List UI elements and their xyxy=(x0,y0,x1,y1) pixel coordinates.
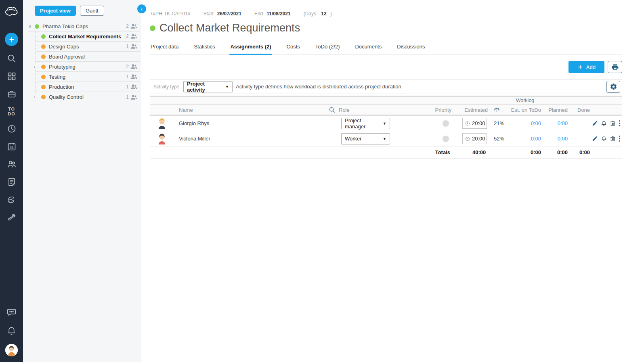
add-new-button[interactable] xyxy=(5,33,18,46)
estimated-input[interactable]: 20:00 xyxy=(462,133,487,144)
tab-discussions[interactable]: Discussions xyxy=(396,41,426,54)
start-date: 26/07/2021 xyxy=(217,11,241,17)
est-on-todo-value[interactable]: 0:00 xyxy=(509,120,541,126)
role-select[interactable]: Project manager ▼ xyxy=(341,118,390,129)
tab-todo[interactable]: ToDo (2/2) xyxy=(315,41,341,54)
column-header-priority: Priority xyxy=(420,107,451,113)
worklog-group-header: Worklog xyxy=(509,98,541,103)
chevron-down-icon: ▼ xyxy=(383,121,386,126)
priority-indicator[interactable] xyxy=(443,136,449,142)
main-content: T#PH-TK-CAP.01# Start26/07/2021 End11/08… xyxy=(142,0,644,362)
est-on-todo-value[interactable]: 0:00 xyxy=(509,136,541,142)
clock-icon xyxy=(465,136,470,141)
estimated-input[interactable]: 20:00 xyxy=(462,118,487,129)
trash-icon[interactable] xyxy=(610,136,616,142)
tree-item[interactable]: Collect Market Requirements 2 xyxy=(36,31,140,42)
tab-documents[interactable]: Documents xyxy=(354,41,382,54)
worklog-clock-icon[interactable] xyxy=(6,123,17,134)
edit-icon[interactable] xyxy=(592,120,598,126)
assignee-name: Victoria Miller xyxy=(174,136,327,142)
priority-indicator[interactable] xyxy=(443,120,449,127)
svg-text:31: 31 xyxy=(10,146,13,149)
todo-nav-item[interactable]: TO DO xyxy=(6,107,17,116)
assignee-avatar[interactable] xyxy=(157,133,167,145)
people-count-icon xyxy=(130,23,137,29)
tab-costs[interactable]: Costs xyxy=(286,41,301,54)
projects-briefcase-icon[interactable] xyxy=(6,89,17,99)
search-icon[interactable] xyxy=(329,107,336,113)
search-icon[interactable] xyxy=(6,53,17,64)
clock-icon xyxy=(465,121,470,126)
tree-item[interactable]: Testing 1 xyxy=(36,72,140,82)
print-button[interactable] xyxy=(608,61,622,73)
totals-est-on-todo: 0:00 xyxy=(509,149,541,155)
assignment-row: Giorgio Rhys Project manager ▼ 20:00 xyxy=(150,116,622,131)
icon-rail: TO DO 31 xyxy=(0,0,23,362)
end-label: End xyxy=(254,11,263,17)
project-view-button[interactable]: Project view xyxy=(35,6,76,16)
tab-statistics[interactable]: Statistics xyxy=(193,41,216,54)
people-count-icon xyxy=(130,84,137,90)
project-tree-panel: Project view Gantt ∨ Pharma Tokio Caps 2… xyxy=(23,0,141,362)
chevron-down-icon: ▼ xyxy=(383,137,386,141)
admin-wrench-icon[interactable] xyxy=(6,212,17,223)
column-header-role: Role xyxy=(339,107,350,113)
settings-button[interactable] xyxy=(606,81,620,93)
people-count-icon xyxy=(130,44,137,49)
plus-icon xyxy=(577,64,583,70)
kebab-menu-icon[interactable] xyxy=(619,135,621,142)
tree-children: Collect Market Requirements 2 Design Cap… xyxy=(36,31,140,102)
planned-value[interactable]: 0:00 xyxy=(541,136,568,142)
dashboard-icon[interactable] xyxy=(6,71,17,82)
edit-icon[interactable] xyxy=(592,136,598,142)
documents-icon[interactable] xyxy=(6,177,17,187)
activity-type-select[interactable]: Project activity ▼ xyxy=(183,81,233,92)
trash-icon[interactable] xyxy=(610,120,616,126)
task-meta: T#PH-TK-CAP.01# Start26/07/2021 End11/08… xyxy=(150,11,622,17)
collapse-panel-button[interactable]: ‹ xyxy=(137,4,146,13)
chevron-down-icon[interactable]: ∨ xyxy=(28,24,35,29)
tree-item-root[interactable]: ∨ Pharma Tokio Caps 2 xyxy=(28,21,140,31)
people-count-icon xyxy=(130,74,137,80)
role-select[interactable]: Worker ▼ xyxy=(341,133,390,144)
chevron-right-icon[interactable]: › xyxy=(34,94,38,100)
user-avatar[interactable] xyxy=(5,344,18,356)
totals-done: 0:00 xyxy=(568,149,590,155)
activity-type-help: Activity type defines how workload is di… xyxy=(236,84,401,90)
workload-percent: 52% xyxy=(494,136,504,142)
printer-icon xyxy=(611,63,619,71)
totals-estimated: 40:00 xyxy=(451,149,509,155)
page-title: Collect Market Requirements xyxy=(159,22,300,34)
people-count-icon xyxy=(130,64,137,69)
tab-assignments[interactable]: Assignments (2) xyxy=(229,41,272,54)
chevron-right-icon[interactable]: › xyxy=(34,64,38,69)
planned-value[interactable]: 0:00 xyxy=(541,120,568,126)
notify-bell-icon[interactable] xyxy=(601,136,607,142)
column-header-est-on-todo: Est. on ToDo xyxy=(509,107,541,113)
workload-percent: 21% xyxy=(494,120,504,126)
notify-bell-icon[interactable] xyxy=(601,120,607,126)
resources-people-icon[interactable] xyxy=(6,159,17,169)
project-tree: ∨ Pharma Tokio Caps 2 Collect Market Req… xyxy=(28,21,140,102)
task-code: T#PH-TK-CAP.01# xyxy=(150,11,190,17)
costs-coins-icon[interactable] xyxy=(6,195,17,205)
calendar-icon[interactable]: 31 xyxy=(6,141,17,152)
assignee-avatar[interactable] xyxy=(157,117,167,130)
days-label: (Days: xyxy=(304,11,318,17)
tree-item[interactable]: › Prototyping 2 xyxy=(36,62,140,72)
tree-item[interactable]: Production 1 xyxy=(36,82,140,92)
chevron-down-icon: ▼ xyxy=(225,85,229,89)
chat-icon[interactable] xyxy=(6,307,17,317)
people-count-icon xyxy=(130,94,137,100)
workload-balance-icon[interactable] xyxy=(493,107,500,113)
add-assignment-button[interactable]: Add xyxy=(568,61,604,73)
app-logo-icon[interactable] xyxy=(3,3,20,22)
tree-item[interactable]: › Quality Control 1 xyxy=(36,92,140,102)
tree-item[interactable]: Board Approval xyxy=(36,52,140,62)
gantt-button[interactable]: Gantt xyxy=(80,6,104,16)
notifications-bell-icon[interactable] xyxy=(6,325,17,336)
tree-item[interactable]: Design Caps 1 xyxy=(36,42,140,52)
tab-project-data[interactable]: Project data xyxy=(150,41,179,54)
kebab-menu-icon[interactable] xyxy=(619,120,621,127)
assignment-row: Victoria Miller Worker ▼ 20:00 52 xyxy=(150,131,622,146)
